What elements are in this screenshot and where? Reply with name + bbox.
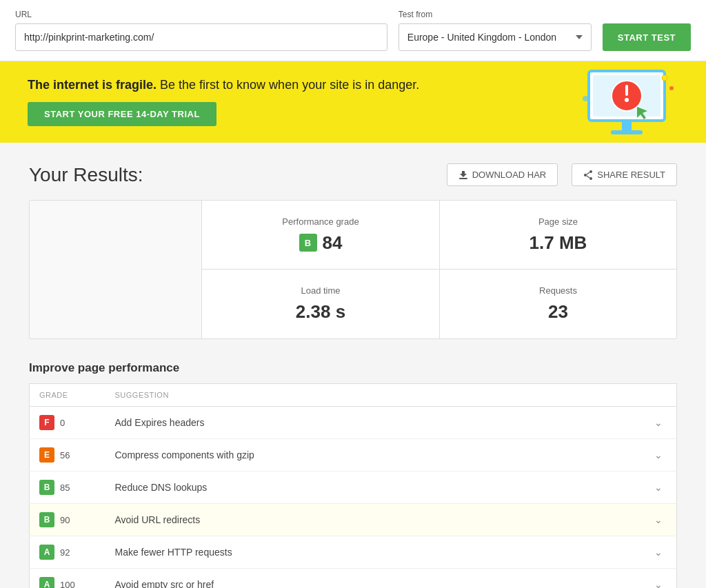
col-header-grade: GRADE <box>30 384 105 407</box>
expand-button-1[interactable]: ⌄ <box>650 448 667 462</box>
url-input[interactable] <box>15 23 387 51</box>
download-icon <box>458 170 468 180</box>
results-title: Your Results: <box>29 164 433 186</box>
page-size-cell: Page size 1.7 MB <box>439 201 676 270</box>
svg-rect-2 <box>622 121 632 130</box>
grade-badge-4: A <box>39 545 54 560</box>
grade-badge-b: B <box>299 234 317 252</box>
page-size-label: Page size <box>538 216 578 227</box>
grade-badge-0: F <box>39 415 54 430</box>
score-num-2: 85 <box>60 483 70 493</box>
svg-rect-12 <box>459 178 467 179</box>
suggestion-cell-5: Avoid empty src or href <box>105 569 641 589</box>
table-row: B 85 Reduce DNS lookups ⌄ <box>30 472 677 504</box>
svg-rect-3 <box>611 130 643 134</box>
banner-cta-button[interactable]: START YOUR FREE 14-DAY TRIAL <box>28 102 216 126</box>
expand-button-3[interactable]: ⌄ <box>650 513 667 527</box>
expand-button-2[interactable]: ⌄ <box>650 480 667 494</box>
share-btn-label: SHARE RESULT <box>597 170 665 180</box>
score-num-4: 92 <box>60 547 70 558</box>
suggestion-cell-4: Make fewer HTTP requests <box>105 536 641 569</box>
suggestion-cell-2: Reduce DNS lookups <box>105 472 641 504</box>
chevron-cell-0[interactable]: ⌄ <box>641 407 677 439</box>
svg-point-11 <box>580 110 584 114</box>
load-time-label: Load time <box>301 285 340 296</box>
table-row: E 56 Compress components with gzip ⌄ <box>30 439 677 472</box>
page-size-value: 1.7 MB <box>530 232 587 254</box>
chevron-cell-3[interactable]: ⌄ <box>641 504 677 536</box>
chevron-cell-1[interactable]: ⌄ <box>641 439 677 472</box>
url-label: URL <box>15 10 387 19</box>
svg-point-15 <box>584 174 587 176</box>
start-test-button[interactable]: START TEST <box>603 23 691 51</box>
grade-badge-3: B <box>39 512 54 527</box>
results-grid: Performance grade B 84 Page size 1.7 MB … <box>29 200 677 339</box>
banner-headline-bold: The internet is fragile. <box>28 78 157 92</box>
performance-table: GRADE SUGGESTION F 0 Add Expires headers… <box>29 383 677 588</box>
grade-badge-5: A <box>39 577 54 588</box>
chevron-cell-4[interactable]: ⌄ <box>641 536 677 569</box>
share-icon <box>583 170 593 180</box>
grade-badge-2: B <box>39 480 54 495</box>
performance-grade-cell: Performance grade B 84 <box>202 201 439 270</box>
url-group: URL <box>15 10 387 51</box>
score-num-5: 100 <box>60 580 75 589</box>
table-row: F 0 Add Expires headers ⌄ <box>30 407 677 439</box>
table-row: A 100 Avoid empty src or href ⌄ <box>30 569 677 589</box>
banner-headline: The internet is fragile. Be the first to… <box>28 78 527 92</box>
share-result-button[interactable]: SHARE RESULT <box>572 163 677 186</box>
performance-grade-value: B 84 <box>299 232 343 254</box>
test-from-select[interactable]: Europe - United Kingdom - LondonAsia - J… <box>399 23 592 51</box>
grade-cell-2: B 85 <box>30 472 105 504</box>
banner-text: The internet is fragile. Be the first to… <box>0 61 554 143</box>
promo-banner: The internet is fragile. Be the first to… <box>0 61 706 143</box>
banner-illustration <box>554 64 706 140</box>
expand-button-0[interactable]: ⌄ <box>650 416 667 429</box>
grade-cell-4: A 92 <box>30 536 105 569</box>
grade-cell-3: B 90 <box>30 504 105 536</box>
requests-cell: Requests 23 <box>439 270 676 338</box>
suggestion-cell-1: Compress components with gzip <box>105 439 641 472</box>
table-header-row: GRADE SUGGESTION <box>30 384 677 407</box>
performance-grade-score: 84 <box>323 232 343 254</box>
monitor-icon <box>575 64 685 140</box>
svg-point-6 <box>625 98 629 102</box>
grade-cell-0: F 0 <box>30 407 105 439</box>
table-row: A 92 Make fewer HTTP requests ⌄ <box>30 536 677 569</box>
requests-label: Requests <box>539 285 577 296</box>
from-group: Test from Europe - United Kingdom - Lond… <box>399 10 592 51</box>
download-har-button[interactable]: DOWNLOAD HAR <box>447 163 558 186</box>
expand-button-4[interactable]: ⌄ <box>650 545 667 559</box>
from-label: Test from <box>399 10 592 19</box>
svg-rect-5 <box>625 85 628 96</box>
col-header-chevron <box>641 384 677 407</box>
svg-point-8 <box>662 75 667 81</box>
score-num-0: 0 <box>60 418 65 428</box>
score-num-1: 56 <box>60 450 70 460</box>
grade-badge-1: E <box>39 447 54 463</box>
grade-cell-1: E 56 <box>30 439 105 472</box>
svg-line-17 <box>587 176 589 178</box>
screenshot-panel <box>30 201 202 338</box>
svg-point-9 <box>669 86 674 90</box>
svg-line-16 <box>587 172 589 174</box>
grade-cell-5: A 100 <box>30 569 105 589</box>
suggestion-cell-3: Avoid URL redirects <box>105 504 641 536</box>
results-header: Your Results: DOWNLOAD HAR SHARE RESULT <box>29 163 677 186</box>
chevron-cell-5[interactable]: ⌄ <box>641 569 677 589</box>
table-row: B 90 Avoid URL redirects ⌄ <box>30 504 677 536</box>
expand-button-5[interactable]: ⌄ <box>650 578 667 588</box>
banner-headline-rest: Be the first to know when your site is i… <box>157 78 419 92</box>
improve-title: Improve page performance <box>29 361 677 375</box>
header-bar: URL Test from Europe - United Kingdom - … <box>0 0 706 61</box>
suggestion-cell-0: Add Expires headers <box>105 407 641 439</box>
download-btn-label: DOWNLOAD HAR <box>472 170 547 180</box>
load-time-value: 2.38 s <box>296 301 345 323</box>
requests-value: 23 <box>548 301 568 323</box>
col-header-suggestion: SUGGESTION <box>105 384 641 407</box>
main-content: Your Results: DOWNLOAD HAR SHARE RESULT … <box>15 143 691 588</box>
chevron-cell-2[interactable]: ⌄ <box>641 472 677 504</box>
svg-point-13 <box>589 170 592 173</box>
svg-point-14 <box>589 177 592 180</box>
performance-grade-label: Performance grade <box>282 216 359 227</box>
